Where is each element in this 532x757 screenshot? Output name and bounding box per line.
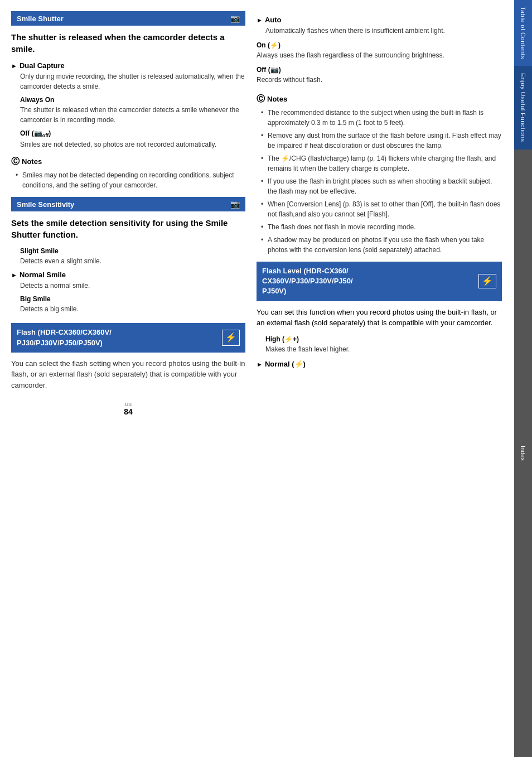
right-notes-list: The recommended distance to the subject … — [257, 108, 502, 255]
arrow-icon-normal-flash: ► — [257, 361, 263, 368]
big-smile-body: Detects a big smile. — [20, 304, 245, 314]
slight-smile-body: Detects even a slight smile. — [20, 256, 245, 266]
flash-level-header: Flash Level (HDR-CX360/ CX360V/PJ30/PJ30… — [257, 262, 502, 301]
smile-shutter-header: Smile Shutter 📷 — [11, 11, 245, 26]
high-body: Makes the flash level higher. — [265, 344, 502, 354]
flash-icon-left: ⚡ — [222, 330, 240, 345]
arrow-icon-dual: ► — [11, 62, 17, 69]
smile-shutter-title: Smile Shutter — [17, 15, 64, 23]
auto-title: Auto — [265, 16, 282, 24]
side-tabs: Table of Contents Enjoy Useful Functions… — [514, 0, 532, 757]
slight-smile-title: Slight Smile — [20, 247, 245, 255]
dual-capture-title: Dual Capture — [20, 61, 65, 70]
high-item: High (⚡+) Makes the flash level higher. — [265, 335, 502, 354]
notes-title-1: Ⓒ Notes — [11, 156, 245, 167]
smile-shutter-note-1: Smiles may not be detected depending on … — [16, 170, 245, 190]
right-off-title: Off (📷) — [257, 66, 502, 74]
always-on-item: Always On The shutter is released when t… — [20, 96, 245, 125]
dual-capture-body: Only during movie recording, the shutter… — [20, 71, 245, 91]
off-item: Off (📷off) Smiles are not detected, so p… — [20, 129, 245, 150]
dual-capture-header: ► Dual Capture — [11, 61, 245, 70]
smile-shutter-notes: Ⓒ Notes Smiles may not be detected depen… — [11, 156, 245, 190]
notes-icon-2: Ⓒ — [257, 94, 265, 104]
right-note-2: Remove any dust from the surface of the … — [261, 131, 502, 151]
auto-header: ► Auto — [257, 16, 502, 24]
page-number: US 84 — [11, 402, 245, 416]
right-column: ► Auto Automatically flashes when there … — [257, 11, 502, 735]
right-note-6: The flash does not flash in movie record… — [261, 222, 502, 232]
tab-enjoy-useful-functions[interactable]: Enjoy Useful Functions — [514, 66, 532, 150]
big-smile-item: Big Smile Detects a big smile. — [20, 295, 245, 314]
smile-sensitivity-title: Smile Sensitivity — [17, 200, 74, 209]
smile-shutter-notes-list: Smiles may not be detected depending on … — [11, 170, 245, 190]
high-title: High (⚡+) — [265, 335, 502, 343]
right-note-3: The ⚡/CHG (flash/charge) lamp (p. 14) fl… — [261, 153, 502, 173]
right-notes-title: Ⓒ Notes — [257, 94, 502, 104]
right-note-4: If you use the flash in bright places su… — [261, 176, 502, 196]
left-column: Smile Shutter 📷 The shutter is released … — [11, 11, 245, 735]
always-on-body: The shutter is released when the camcord… — [20, 105, 245, 125]
normal-smile-title: Normal Smile — [20, 271, 66, 279]
camera-icon-2: 📷 — [230, 200, 240, 209]
camera-icon: 📷 — [230, 14, 240, 23]
notes-icon-1: Ⓒ — [11, 156, 20, 167]
flash-level-intro: You can set this function when you recor… — [257, 307, 502, 329]
arrow-icon-normal: ► — [11, 272, 17, 278]
right-off-body: Records without flash. — [257, 75, 502, 85]
auto-item: ► Auto Automatically flashes when there … — [257, 16, 502, 36]
right-notes: Ⓒ Notes The recommended distance to the … — [257, 94, 502, 255]
smile-sensitivity-intro: Sets the smile detection sensitivity for… — [11, 217, 245, 240]
on-body: Always uses the flash regardless of the … — [257, 50, 502, 60]
arrow-icon-auto: ► — [257, 17, 263, 23]
tab-index[interactable]: Index — [514, 150, 532, 757]
big-smile-title: Big Smile — [20, 295, 245, 303]
flash-level-icon: ⚡ — [478, 274, 496, 288]
on-item: On (⚡) Always uses the flash regardless … — [257, 41, 502, 60]
tab-table-of-contents[interactable]: Table of Contents — [514, 0, 532, 66]
normal-flash-title: Normal (⚡) — [265, 360, 306, 368]
right-note-7: A shadow may be produced on photos if yo… — [261, 235, 502, 255]
flash-intro: You can select the flash setting when yo… — [11, 358, 245, 391]
smile-sensitivity-header: Smile Sensitivity 📷 — [11, 197, 245, 211]
normal-flash-header: ► Normal (⚡) — [257, 360, 502, 368]
flash-title: Flash (HDR-CX360/CX360V/ PJ30/PJ30V/PJ50… — [17, 327, 112, 348]
right-note-5: When [Conversion Lens] (p. 83) is set to… — [261, 199, 502, 219]
smile-shutter-intro: The shutter is released when the camcord… — [11, 31, 245, 55]
normal-smile-header: ► Normal Smile — [11, 271, 245, 279]
off-body: Smiles are not detected, so photos are n… — [20, 139, 245, 150]
flash-header: Flash (HDR-CX360/CX360V/ PJ30/PJ30V/PJ50… — [11, 323, 245, 352]
normal-smile-body: Detects a normal smile. — [20, 281, 245, 291]
slight-smile-item: Slight Smile Detects even a slight smile… — [20, 247, 245, 266]
flash-level-title: Flash Level (HDR-CX360/ CX360V/PJ30/PJ30… — [262, 266, 474, 297]
always-on-title: Always On — [20, 96, 245, 104]
on-title: On (⚡) — [257, 41, 502, 49]
off-title: Off (📷off) — [20, 129, 245, 138]
auto-body: Automatically flashes when there is insu… — [265, 26, 502, 36]
right-off-item: Off (📷) Records without flash. — [257, 66, 502, 85]
right-note-1: The recommended distance to the subject … — [261, 108, 502, 128]
